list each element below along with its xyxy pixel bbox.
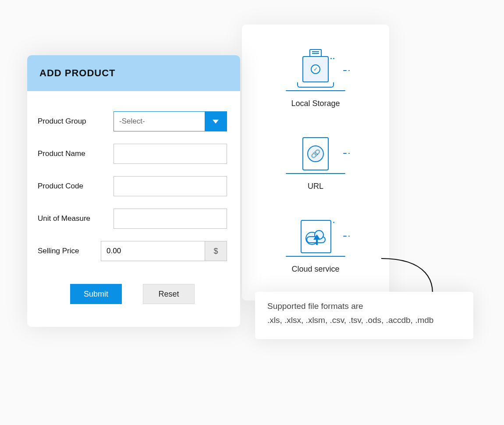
source-local-storage[interactable]: ✓ Local Storage bbox=[287, 52, 344, 108]
url-icon: 🔗 bbox=[287, 135, 344, 174]
source-cloud-service[interactable]: Cloud service bbox=[287, 217, 344, 274]
local-storage-icon: ✓ bbox=[287, 52, 344, 91]
selling-price-input[interactable] bbox=[101, 241, 205, 261]
unit-of-measure-label: Unit of Measure bbox=[38, 214, 106, 223]
add-product-form: ADD PRODUCT Product Group -Select- Produ… bbox=[27, 55, 240, 327]
product-code-input[interactable] bbox=[114, 177, 227, 196]
product-group-selected: -Select- bbox=[114, 112, 205, 131]
reset-button[interactable]: Reset bbox=[143, 284, 195, 304]
cloud-upload-icon bbox=[287, 217, 344, 257]
product-name-label: Product Name bbox=[38, 149, 106, 158]
currency-symbol: $ bbox=[205, 241, 227, 261]
source-label: Local Storage bbox=[291, 99, 340, 108]
formats-lead: Supported file formats are bbox=[267, 301, 461, 311]
selling-price-label: Selling Price bbox=[38, 247, 93, 255]
formats-list: .xls, .xlsx, .xlsm, .csv, .tsv, .ods, .a… bbox=[267, 315, 461, 325]
source-label: Cloud service bbox=[291, 265, 339, 274]
source-label: URL bbox=[308, 182, 323, 191]
form-title: ADD PRODUCT bbox=[39, 67, 116, 79]
supported-formats-callout: Supported file formats are .xls, .xlsx, … bbox=[255, 292, 473, 339]
product-group-select[interactable]: -Select- bbox=[114, 111, 227, 131]
product-name-input[interactable] bbox=[114, 144, 227, 163]
unit-of-measure-input[interactable] bbox=[114, 209, 227, 228]
submit-button[interactable]: Submit bbox=[70, 284, 122, 304]
product-group-label: Product Group bbox=[38, 117, 106, 126]
chevron-down-icon[interactable] bbox=[205, 112, 227, 131]
product-code-label: Product Code bbox=[38, 182, 106, 191]
form-header: ADD PRODUCT bbox=[27, 55, 240, 91]
source-url[interactable]: 🔗 URL bbox=[287, 135, 344, 191]
data-sources-card: ✓ Local Storage 🔗 URL bbox=[242, 25, 389, 301]
